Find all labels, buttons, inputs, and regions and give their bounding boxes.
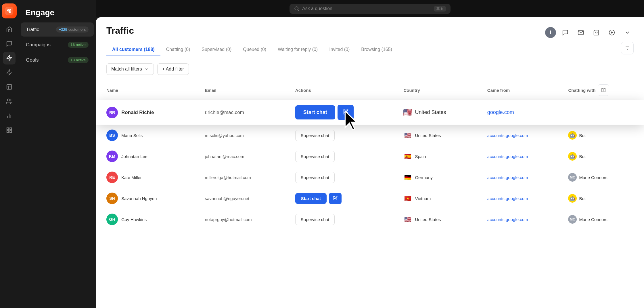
supervise-btn-johnatan[interactable]: Supervise chat (295, 151, 335, 162)
country-kate: Germany (415, 175, 433, 180)
chatting-name-kate: Marie Connors (579, 175, 607, 180)
country-cell-kate: 🇩🇪 Germany (398, 167, 481, 188)
filters-row: Match all filters + Add filter (96, 58, 644, 80)
person-avatar-guy: MC (568, 215, 577, 224)
country-savannah: Vietnam (415, 196, 431, 201)
main-area: Ask a question ⌘ K Traffic I (96, 0, 644, 308)
profile-initials: I (550, 30, 551, 35)
came-from-link-maria[interactable]: accounts.google.com (487, 133, 528, 138)
filter-settings-btn[interactable] (621, 42, 634, 54)
came-from-cell-ronald[interactable]: google.com (482, 100, 563, 125)
email-cell-maria: m.solis@yahoo.com (199, 125, 290, 146)
name-cell-maria: BS Maria Solis (96, 125, 199, 146)
match-filter-dropdown[interactable]: Match all filters (106, 63, 154, 75)
email-guy: notaprguy@hotmail.com (205, 217, 252, 222)
bot-avatar-maria: 🤖 (568, 131, 577, 140)
chevron-expand-icon[interactable] (621, 26, 634, 39)
col-name: Name (96, 80, 199, 100)
goals-badge: 13 active (68, 57, 89, 63)
avatar-kate: RE (106, 172, 118, 183)
came-from-link-kate[interactable]: accounts.google.com (487, 175, 528, 180)
chat-right-icon[interactable] (559, 26, 572, 39)
supervise-btn-kate[interactable]: Supervise chat (295, 172, 335, 183)
tab-all[interactable]: All customers (188) (106, 43, 160, 56)
chatting-name-guy: Marie Connors (579, 217, 607, 222)
edit-btn-ronald[interactable] (338, 105, 354, 120)
rail-chat-icon[interactable] (3, 37, 16, 50)
svg-line-16 (298, 9, 298, 10)
country-maria: United States (415, 133, 441, 138)
table-container: Name Email Actions Country Came from (96, 80, 644, 308)
name-savannah: Savannah Nguyen (121, 196, 157, 201)
rail-users-icon[interactable] (3, 95, 16, 108)
came-from-cell-maria[interactable]: accounts.google.com (482, 125, 563, 146)
chatting-cell-ronald (562, 100, 644, 125)
campaigns-count: 16 (71, 43, 75, 47)
bot-avatar-savannah: 🤖 (568, 194, 577, 203)
avatar-maria: BS (106, 130, 118, 141)
tab-supervised[interactable]: Supervised (0) (196, 43, 237, 56)
came-from-link-savannah[interactable]: accounts.google.com (487, 196, 528, 201)
start-chat-btn-savannah[interactable]: Start chat (295, 193, 327, 204)
flag-johnatan: 🇪🇸 (403, 153, 412, 159)
email-savannah: savannah@nguyen.net (205, 196, 250, 201)
country-guy: United States (415, 217, 441, 222)
chatting-name-johnatan: Bot (579, 154, 586, 159)
svg-rect-13 (10, 131, 12, 132)
tab-queued[interactable]: Queued (0) (237, 43, 272, 56)
rail-lightning-icon[interactable] (3, 66, 16, 79)
search-placeholder: Ask a question (302, 6, 332, 11)
search-icon (294, 6, 299, 11)
shop-right-icon[interactable] (590, 26, 603, 39)
tabs-row: All customers (188) Chatting (0) Supervi… (106, 42, 634, 58)
rail-engage-icon[interactable] (3, 52, 16, 64)
content-panel: Traffic I (96, 17, 644, 308)
app-logo[interactable] (2, 3, 17, 18)
traffic-count: +325 (59, 27, 67, 32)
email-ronald: r.richie@mac.com (205, 110, 244, 115)
svg-rect-4 (7, 85, 12, 90)
crm-right-icon[interactable] (605, 26, 618, 39)
came-from-cell-savannah[interactable]: accounts.google.com (482, 188, 563, 209)
avatar-johnatan: KM (106, 151, 118, 162)
rail-chart-icon[interactable] (3, 109, 16, 122)
tab-waiting[interactable]: Waiting for reply (0) (272, 43, 323, 56)
customers-table: Name Email Actions Country Came from (96, 80, 644, 230)
add-filter-label: + Add filter (162, 66, 184, 72)
sidebar-item-goals[interactable]: Goals 13 active (21, 53, 94, 67)
country-cell-maria: 🇺🇸 United States (398, 125, 481, 146)
rail-grid-icon[interactable] (3, 124, 16, 136)
came-from-link-johnatan[interactable]: accounts.google.com (487, 154, 528, 159)
svg-rect-21 (602, 88, 603, 92)
rail-home-icon[interactable] (3, 23, 16, 36)
search-bar[interactable]: Ask a question ⌘ K (290, 4, 451, 14)
came-from-cell-johnatan[interactable]: accounts.google.com (482, 146, 563, 167)
shortcut-cmd: ⌘ (436, 7, 440, 11)
name-cell-savannah: SN Savannah Nguyen (96, 188, 199, 209)
sidebar-item-campaigns[interactable]: Campaigns 16 active (21, 38, 94, 52)
supervise-btn-guy[interactable]: Supervise chat (295, 214, 335, 225)
edit-btn-savannah[interactable] (329, 193, 342, 204)
came-from-link-guy[interactable]: accounts.google.com (487, 217, 528, 222)
sidebar-title: Engage (18, 0, 96, 22)
country-cell-johnatan: 🇪🇸 Spain (398, 146, 481, 167)
tab-invited[interactable]: Invited (0) (323, 43, 355, 56)
came-from-cell-kate[interactable]: accounts.google.com (482, 167, 563, 188)
columns-toggle-btn[interactable] (598, 84, 609, 96)
chevron-down-icon (144, 67, 149, 71)
action-cell-kate: Supervise chat (290, 167, 398, 188)
mail-right-icon[interactable] (574, 26, 587, 39)
came-from-cell-guy[interactable]: accounts.google.com (482, 209, 563, 230)
tab-browsing[interactable]: Browsing (165) (355, 43, 398, 56)
supervise-btn-maria[interactable]: Supervise chat (295, 130, 335, 141)
profile-icon-btn[interactable]: I (545, 27, 556, 38)
country-ronald: United States (415, 109, 446, 115)
start-chat-btn-ronald[interactable]: Start chat (295, 105, 335, 119)
sidebar-item-traffic[interactable]: Traffic +325 customers (21, 22, 94, 37)
shortcut-key: K (441, 7, 444, 11)
add-filter-button[interactable]: + Add filter (157, 63, 189, 75)
came-from-link-ronald[interactable]: google.com (487, 109, 514, 115)
tab-chatting[interactable]: Chatting (0) (160, 43, 196, 56)
name-cell-guy: GH Guy Hawkins (96, 209, 199, 230)
rail-box-icon[interactable] (3, 81, 16, 93)
